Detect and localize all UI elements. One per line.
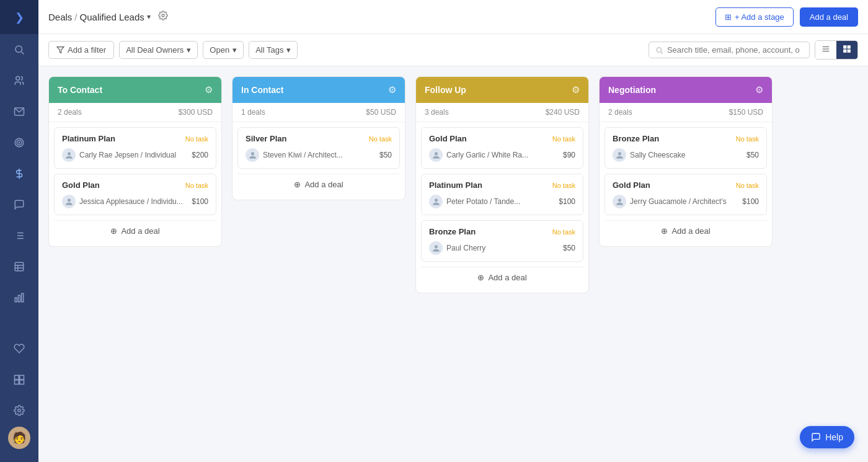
deal-title: Platinum Plan	[429, 180, 482, 190]
column-title-negotiation: Negotiation	[608, 85, 656, 95]
deal-card[interactable]: Gold Plan No task Jessica Applesauce / I…	[54, 174, 216, 215]
deal-card-header: Platinum Plan No task	[62, 134, 208, 143]
column-body-to-contact: Platinum Plan No task Carly Rae Jepsen /…	[49, 122, 221, 246]
board-view-button[interactable]	[836, 41, 857, 59]
sidebar-item-people[interactable]	[0, 65, 38, 96]
add-deal-button[interactable]: Add a deal	[800, 7, 858, 27]
deal-task: No task	[552, 135, 575, 143]
sidebar-item-target[interactable]	[0, 127, 38, 158]
help-button[interactable]: Help	[800, 426, 854, 448]
person-icon	[429, 195, 443, 208]
deal-title: Silver Plan	[246, 134, 286, 143]
tags-filter[interactable]: All Tags ▾	[249, 41, 298, 59]
deal-amount: $50	[379, 151, 392, 159]
column-count-in-contact: 1 deals	[241, 108, 265, 117]
deal-card[interactable]: Gold Plan No task Carly Garlic / White R…	[421, 127, 583, 169]
sidebar: ❯ 🧑	[0, 0, 38, 462]
deal-person: Jerry Guacamole / Architect's $100	[613, 195, 759, 208]
column-count-to-contact: 2 deals	[58, 108, 82, 117]
deal-card[interactable]: Platinum Plan No task Peter Potato / Tan…	[421, 174, 583, 215]
sidebar-item-deals[interactable]	[0, 158, 38, 189]
column-header-to-contact: To Contact ⚙	[49, 77, 221, 103]
tags-label: All Tags	[255, 45, 283, 55]
deal-card-header: Silver Plan No task	[246, 134, 392, 143]
status-label: Open	[210, 45, 229, 55]
add-deal-plus-icon: ⊕	[477, 273, 484, 282]
deal-card[interactable]: Bronze Plan No task Sally Cheescake $50	[604, 127, 767, 169]
breadcrumb-deals[interactable]: Deals	[48, 12, 72, 22]
svg-rect-23	[15, 380, 19, 384]
sidebar-item-chat[interactable]	[0, 189, 38, 220]
deal-card[interactable]: Bronze Plan No task Paul Cherry $50	[421, 220, 583, 262]
sidebar-item-mail[interactable]	[0, 96, 38, 127]
person-icon	[62, 148, 76, 162]
deal-card-header: Bronze Plan No task	[613, 134, 759, 143]
column-total-follow-up: $240 USD	[546, 108, 580, 117]
deal-card[interactable]: Silver Plan No task Steven Kiwi / Archit…	[237, 127, 400, 169]
deal-amount: $50	[563, 244, 575, 252]
add-deal-plus-icon: ⊕	[110, 226, 117, 236]
sidebar-item-document[interactable]	[0, 251, 38, 282]
owners-dropdown-icon: ▾	[187, 45, 191, 55]
list-view-button[interactable]	[815, 41, 836, 59]
deal-title: Bronze Plan	[429, 227, 476, 236]
svg-rect-19	[19, 295, 20, 302]
sidebar-item-settings[interactable]	[0, 395, 38, 426]
search-input[interactable]	[667, 45, 803, 55]
column-total-in-contact: $50 USD	[366, 108, 396, 117]
svg-marker-27	[57, 47, 64, 53]
sidebar-item-chart[interactable]	[0, 282, 38, 313]
add-deal-in-contact-button[interactable]: ⊕ Add a deal	[237, 174, 400, 195]
deal-person: Steven Kiwi / Architect... $50	[246, 148, 392, 162]
deal-task: No task	[185, 135, 208, 143]
add-stage-icon: ⊞	[725, 12, 732, 22]
column-total-negotiation: $150 USD	[729, 108, 763, 117]
person-icon	[246, 148, 259, 162]
sidebar-collapse-button[interactable]: ❯	[0, 0, 38, 34]
column-meta-to-contact: 2 deals $300 USD	[49, 103, 221, 122]
sidebar-item-list[interactable]	[0, 220, 38, 251]
breadcrumb-current: Qualified Leads	[80, 12, 144, 22]
add-deal-label: Add a deal	[121, 226, 159, 236]
column-settings-negotiation[interactable]: ⚙	[755, 84, 763, 96]
avatar-image: 🧑	[8, 427, 30, 449]
sidebar-item-pages[interactable]	[0, 364, 38, 395]
add-deal-plus-icon: ⊕	[294, 180, 301, 189]
column-settings-in-contact[interactable]: ⚙	[388, 84, 396, 96]
column-settings-follow-up[interactable]: ⚙	[572, 84, 580, 96]
sidebar-item-heart[interactable]	[0, 333, 38, 364]
svg-line-1	[22, 52, 24, 55]
deal-task: No task	[552, 182, 575, 189]
user-avatar[interactable]: 🧑	[0, 426, 38, 457]
svg-point-28	[657, 47, 662, 52]
deal-card-header: Gold Plan No task	[429, 134, 575, 143]
svg-point-0	[16, 46, 22, 53]
add-deal-follow-up-button[interactable]: ⊕ Add a deal	[421, 267, 583, 288]
column-negotiation: Negotiation ⚙ 2 deals $150 USD Bronze Pl…	[599, 76, 773, 247]
status-filter[interactable]: Open ▾	[203, 41, 244, 59]
column-settings-to-contact[interactable]: ⚙	[205, 84, 213, 96]
add-deal-negotiation-button[interactable]: ⊕ Add a deal	[604, 220, 767, 241]
deal-title: Platinum Plan	[62, 134, 115, 143]
column-title-to-contact: To Contact	[58, 85, 102, 95]
person-name: Carly Rae Jepsen / Individual	[79, 151, 176, 159]
deal-task: No task	[185, 182, 208, 189]
column-meta-follow-up: 3 deals $240 USD	[416, 103, 588, 122]
owners-filter[interactable]: All Deal Owners ▾	[119, 41, 198, 59]
add-stage-label: + Add a stage	[735, 12, 784, 22]
deal-card-header: Bronze Plan No task	[429, 227, 575, 236]
pipeline-settings-button[interactable]	[153, 8, 173, 25]
kanban-board: To Contact ⚙ 2 deals $300 USD Platinum P…	[38, 66, 868, 462]
deal-amount: $100	[192, 197, 208, 206]
breadcrumb-dropdown-arrow[interactable]: ▾	[147, 12, 151, 21]
sidebar-item-search[interactable]	[0, 34, 38, 65]
add-filter-button[interactable]: Add a filter	[48, 41, 114, 59]
deal-card[interactable]: Gold Plan No task Jerry Guacamole / Arch…	[604, 174, 767, 215]
deal-card[interactable]: Platinum Plan No task Carly Rae Jepsen /…	[54, 127, 216, 169]
main-content: Deals / Qualified Leads ▾ ⊞ + Add a stag…	[38, 0, 868, 462]
add-stage-button[interactable]: ⊞ + Add a stage	[715, 7, 794, 27]
column-count-follow-up: 3 deals	[425, 108, 449, 117]
svg-rect-35	[843, 50, 846, 53]
column-title-follow-up: Follow Up	[425, 85, 466, 95]
add-deal-to-contact-button[interactable]: ⊕ Add a deal	[54, 220, 216, 241]
